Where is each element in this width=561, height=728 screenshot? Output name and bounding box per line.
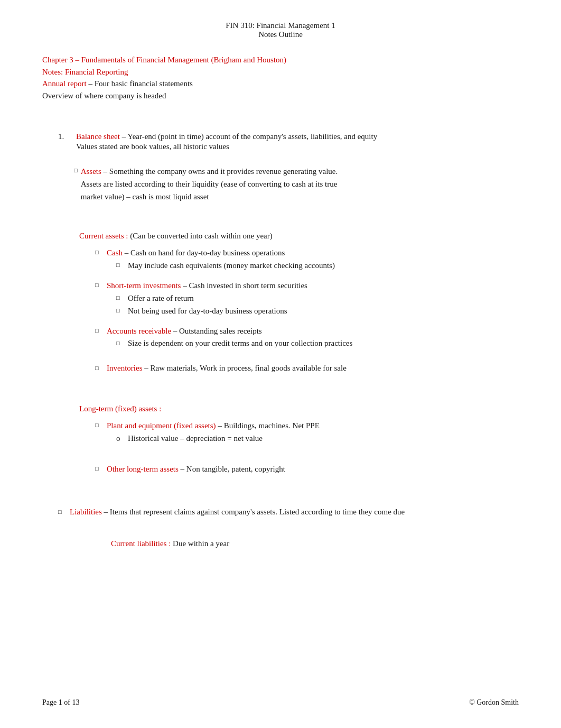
liab-bullet-sym: □	[58, 508, 66, 518]
liabilities-bullet: □ Liabilities – Items that represent cla…	[58, 506, 519, 518]
assets-bullet-sym: □	[74, 166, 78, 203]
short-term-bullet-sym: □	[95, 281, 102, 292]
inventories-bullet: □ Inventories – Raw materials, Work in p…	[95, 362, 519, 374]
olt-label: Other long-term assets	[107, 465, 179, 473]
cash-sub-bullets: □ May include cash equivalents (money ma…	[116, 259, 519, 272]
header-title-line1: FIN 310: Financial Management 1	[42, 21, 519, 30]
other-lt-bullet: □ Other long-term assets – Non tangible,…	[95, 463, 519, 475]
pe-sub-1: o Historical value – depreciation = net …	[116, 432, 519, 445]
short-term-label: Short-term investments	[107, 281, 181, 290]
cash-bullet-sym: □	[95, 248, 102, 259]
long-term-header: Long-term (fixed) assets :	[79, 402, 519, 415]
st-sub-text1: Offer a rate of return	[128, 292, 194, 305]
st-sub-text2: Not being used for day-to-day business o…	[128, 305, 287, 317]
olt-bullet-sym: □	[95, 464, 102, 475]
long-term-label: Long-term (fixed) assets :	[79, 404, 161, 413]
inv-content: Inventories – Raw materials, Work in pro…	[107, 362, 347, 374]
current-assets-header: Current assets : (Can be converted into …	[79, 229, 519, 242]
short-term-group: □ Short-term investments – Cash invested…	[95, 279, 519, 317]
pe-bullet-sym: □	[95, 421, 102, 432]
long-term-section: Long-term (fixed) assets : □ Plant and e…	[79, 402, 519, 475]
balance-sheet-text: – Year-end (point in time) account of th…	[120, 132, 377, 141]
liabilities-section: □ Liabilities – Items that represent cla…	[58, 506, 519, 548]
cash-group: □ Cash – Cash on hand for day-to-day bus…	[95, 246, 519, 272]
assets-label: Assets	[81, 167, 101, 176]
st-sub-sym1: □	[116, 293, 124, 305]
pe-label: Plant and equipment (fixed assets)	[107, 421, 216, 430]
liab-text: – Items that represent claims against co…	[102, 508, 405, 516]
footer-page: Page 1 of 13	[42, 698, 79, 707]
assets-content: Assets – Something the company owns and …	[81, 165, 338, 203]
current-assets-label: Current assets :	[79, 232, 128, 240]
short-term-text: – Cash invested in short term securities	[181, 281, 307, 290]
inv-text: – Raw materials, Work in process, final …	[142, 364, 346, 372]
annual-report-text: – Four basic financial statements	[87, 79, 193, 88]
short-term-content: Short-term investments – Cash invested i…	[107, 279, 307, 292]
page-header: FIN 310: Financial Management 1 Notes Ou…	[42, 21, 519, 39]
cash-sub-text: May include cash equivalents (money mark…	[128, 259, 335, 272]
cash-sub-sym: □	[116, 261, 124, 272]
current-liab-text: Due within a year	[171, 539, 229, 548]
item-1-content: Balance sheet – Year-end (point in time)…	[76, 132, 377, 151]
ar-sub-bullets: □ Size is dependent on your credit terms…	[116, 337, 519, 349]
item-number-1: 1.	[58, 132, 71, 151]
short-term-sub-2: □ Not being used for day-to-day business…	[116, 305, 519, 317]
assets-text: – Something the company owns and it prov…	[104, 167, 338, 176]
chapter-line3: Annual report – Four basic financial sta…	[42, 78, 519, 90]
pe-sub-sym: o	[116, 432, 124, 445]
liab-label: Liabilities	[70, 508, 102, 516]
cash-bullet: □ Cash – Cash on hand for day-to-day bus…	[95, 246, 519, 259]
short-term-sub-1: □ Offer a rate of return	[116, 292, 519, 305]
footer-copyright: © Gordon Smith	[469, 698, 519, 707]
chapter-line1: Chapter 3 – Fundamentals of Financial Ma…	[42, 54, 519, 66]
current-assets-section: Current assets : (Can be converted into …	[79, 229, 519, 374]
liab-content: Liabilities – Items that represent claim…	[70, 506, 405, 518]
chapter-section: Chapter 3 – Fundamentals of Financial Ma…	[42, 54, 519, 102]
current-liabilities-section: Current liabilities : Due within a year	[111, 539, 519, 548]
olt-text: – Non tangible, patent, copyright	[179, 465, 285, 473]
pe-text: – Buildings, machines. Net PPE	[216, 421, 320, 430]
assets-section: □ Assets – Something the company owns an…	[42, 165, 519, 203]
short-term-bullet: □ Short-term investments – Cash invested…	[95, 279, 519, 292]
pe-sub-bullets: o Historical value – depreciation = net …	[116, 432, 519, 445]
pe-sub-text: Historical value – depreciation = net va…	[128, 432, 263, 445]
ar-label: Accounts receivable	[107, 327, 171, 335]
cash-text: – Cash on hand for day-to-day business o…	[123, 248, 285, 257]
ar-sub-1: □ Size is dependent on your credit terms…	[116, 337, 519, 349]
cash-label: Cash	[107, 248, 123, 257]
header-title-line2: Notes Outline	[42, 30, 519, 39]
item-1-header: Balance sheet – Year-end (point in time)…	[76, 132, 377, 141]
st-sub-sym2: □	[116, 306, 124, 317]
main-content: 1. Balance sheet – Year-end (point in ti…	[42, 132, 519, 548]
assets-bullet: □ Assets – Something the company owns an…	[74, 165, 519, 203]
item-1-sub: Values stated are book values, all histo…	[76, 142, 377, 151]
plant-equipment-group: □ Plant and equipment (fixed assets) – B…	[95, 419, 519, 445]
other-lt-group: □ Other long-term assets – Non tangible,…	[95, 463, 519, 475]
current-liab-label: Current liabilities :	[111, 539, 171, 548]
balance-sheet-label: Balance sheet	[76, 132, 120, 141]
assets-sub1: Assets are listed according to their liq…	[81, 178, 338, 190]
pe-content: Plant and equipment (fixed assets) – Bui…	[107, 419, 320, 432]
current-assets-text: (Can be converted into cash within one y…	[128, 232, 272, 240]
olt-content: Other long-term assets – Non tangible, p…	[107, 463, 285, 475]
annual-report-label: Annual report	[42, 79, 87, 88]
assets-sub2: market value) – cash is most liquid asse…	[81, 190, 338, 203]
page-footer: Page 1 of 13 © Gordon Smith	[42, 698, 519, 707]
short-term-sub-bullets: □ Offer a rate of return □ Not being use…	[116, 292, 519, 317]
ar-sub-sym: □	[116, 339, 124, 349]
accounts-receivable-bullet: □ Accounts receivable – Outstanding sale…	[95, 325, 519, 337]
ar-bullet-sym: □	[95, 326, 102, 337]
chapter-line2: Notes: Financial Reporting	[42, 66, 519, 78]
chapter-line4: Overview of where company is headed	[42, 90, 519, 102]
cash-content: Cash – Cash on hand for day-to-day busin…	[107, 246, 285, 259]
ar-text: – Outstanding sales receipts	[171, 327, 262, 335]
inv-bullet-sym: □	[95, 364, 102, 374]
inventories-group: □ Inventories – Raw materials, Work in p…	[95, 362, 519, 374]
cash-sub-1: □ May include cash equivalents (money ma…	[116, 259, 519, 272]
ar-content: Accounts receivable – Outstanding sales …	[107, 325, 262, 337]
plant-equipment-bullet: □ Plant and equipment (fixed assets) – B…	[95, 419, 519, 432]
accounts-receivable-group: □ Accounts receivable – Outstanding sale…	[95, 325, 519, 349]
ar-sub-text: Size is dependent on your credit terms a…	[128, 337, 352, 349]
inv-label: Inventories	[107, 364, 142, 372]
numbered-item-1: 1. Balance sheet – Year-end (point in ti…	[42, 132, 519, 151]
